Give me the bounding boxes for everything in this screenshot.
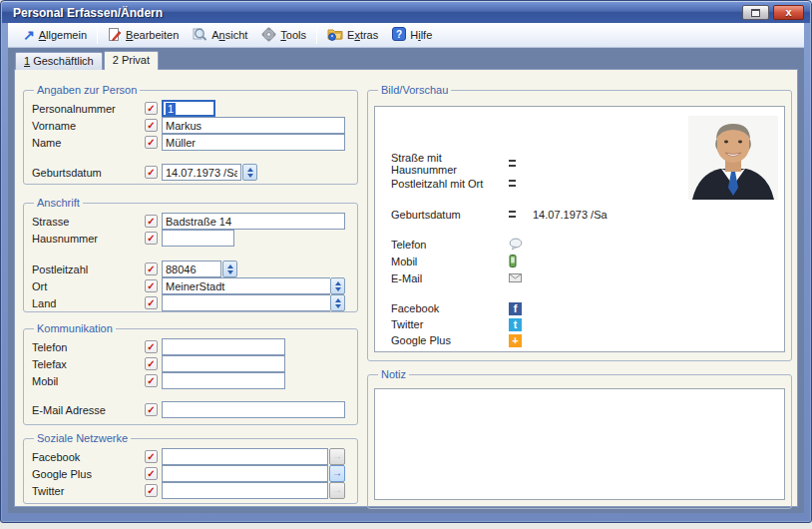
field-label: Hausnummer [32,233,145,245]
facebook-input[interactable] [162,448,328,465]
spin-down-icon [247,174,253,178]
geburtsdatum-input[interactable] [162,164,241,181]
toolbar-item-allgemein[interactable]: ↗ Allgemein [16,26,94,44]
twitter-input[interactable] [162,482,328,499]
open-googleplus-button[interactable]: → [329,465,345,482]
required-check-icon[interactable]: ✓ [145,484,158,497]
field-label: Google Plus [32,468,145,480]
field-label: Name [32,137,145,149]
preview-value: 14.07.1973 /Sa [533,209,608,221]
required-check-icon[interactable]: ✓ [145,263,158,275]
group-title: Angaben zur Person [34,84,140,96]
tab-page-privat: Angaben zur Person Personalnummer ✓ 1 Vo… [14,69,798,507]
window-title: Personal Erfassen/Ändern [13,6,742,20]
required-check-icon[interactable]: ✓ [145,450,158,463]
ort-spinner[interactable] [330,277,345,294]
speech-bubble-icon [509,238,527,251]
field-label: Ort [32,280,145,292]
toolbar-separator [97,26,98,44]
facebook-icon: f [509,302,522,315]
vorname-input[interactable] [162,117,345,134]
required-check-icon[interactable]: ✓ [145,296,158,309]
field-label: Facebook [32,451,145,463]
close-window-button[interactable]: x [773,5,804,20]
employee-photo [688,116,778,200]
name-input[interactable] [162,134,345,151]
ort-input[interactable] [162,277,330,294]
email-input[interactable] [162,401,345,418]
toolbar-item-bearbeiten[interactable]: Bearbeiten [101,25,186,46]
required-check-icon[interactable]: ✓ [145,119,158,132]
required-check-icon[interactable]: ✓ [145,279,158,292]
group-notiz: Notiz [367,368,792,509]
restore-icon [751,9,760,17]
required-check-icon[interactable]: ✓ [145,467,158,480]
telefax-input[interactable] [162,355,285,372]
required-check-icon[interactable]: ✓ [145,136,158,149]
required-check-icon[interactable]: ✓ [145,215,158,228]
preview-label: Google Plus [391,334,509,346]
svg-text:?: ? [396,29,402,40]
toolbar-item-extras[interactable]: Extras [320,25,385,45]
spin-down-icon [335,287,341,291]
required-check-icon[interactable]: ✓ [145,357,158,370]
spin-down-icon [227,270,233,274]
field-label: Personalnummer [32,103,145,115]
group-anschrift: Anschrift Strasse ✓ Hausnummer ✓ Postlei… [23,197,358,312]
hausnummer-input[interactable] [162,230,234,247]
tab-privat[interactable]: 2 Privat [104,51,159,70]
group-angaben-zur-person: Angaben zur Person Personalnummer ✓ 1 Vo… [23,84,358,185]
toolbar-item-hilfe[interactable]: ? Hilfe [385,25,439,45]
spin-up-icon [335,298,341,302]
required-check-icon[interactable]: ✓ [145,232,158,245]
required-check-icon[interactable]: ✓ [145,166,158,179]
spin-up-icon [227,264,233,268]
magnifier-icon [193,27,207,44]
land-input[interactable] [162,294,330,311]
required-check-icon[interactable]: ✓ [145,374,158,387]
toolbar-item-tools[interactable]: Tools [254,25,313,46]
field-label: Mobil [32,375,145,387]
mobile-phone-icon [509,255,527,267]
tab-geschaeftlich[interactable]: 1 Geschäftlich [15,52,103,70]
strasse-input[interactable] [162,213,345,230]
required-check-icon[interactable]: ✓ [145,403,158,416]
equals-bullet-icon [509,180,516,187]
selected-text: 1 [166,103,176,115]
telefon-input[interactable] [162,338,285,355]
personalnummer-input[interactable]: 1 [162,100,215,117]
toolbar: ↗ Allgemein Bearbeiten Ansicht Tools Ext… [8,23,804,48]
date-spinner[interactable] [242,164,257,181]
preview-label: Telefon [391,239,509,251]
plz-spinner[interactable] [222,261,237,277]
field-label: Telefax [32,358,145,370]
spin-up-icon [247,168,253,172]
client-area: 1 Geschäftlich 2 Privat Angaben zur Pers… [8,48,804,513]
field-label: Geburtsdatum [32,167,145,179]
field-label: E-Mail Adresse [32,404,145,416]
restore-window-button[interactable] [742,5,769,20]
gear-icon [261,27,276,44]
notiz-textarea[interactable] [374,388,785,500]
group-title: Anschrift [34,197,83,209]
googleplus-input[interactable] [162,465,328,482]
field-label: Vorname [32,120,145,132]
land-spinner[interactable] [330,294,345,311]
group-soziale-netzwerke: Soziale Netzwerke Facebook ✓ → Google Pl… [23,432,358,504]
preview-label: E-Mail [391,272,509,284]
spin-down-icon [335,304,341,308]
preview-label: Postleitzahl mit Ort [391,178,509,190]
required-check-icon[interactable]: ✓ [145,340,158,353]
toolbar-item-ansicht[interactable]: Ansicht [186,25,254,46]
mobil-input[interactable] [162,372,285,389]
field-label: Telefon [32,341,145,353]
preview-label: Straße mit Hausnummer [391,152,509,176]
postleitzahl-input[interactable] [162,261,221,277]
open-facebook-button[interactable]: → [329,448,345,465]
open-twitter-button[interactable]: → [329,482,345,499]
required-check-icon[interactable]: ✓ [145,102,158,115]
folder-info-icon [327,27,343,43]
equals-bullet-icon [509,160,516,167]
group-title: Notiz [378,368,409,380]
app-window: Personal Erfassen/Ändern x ↗ Allgemein B… [0,0,812,523]
